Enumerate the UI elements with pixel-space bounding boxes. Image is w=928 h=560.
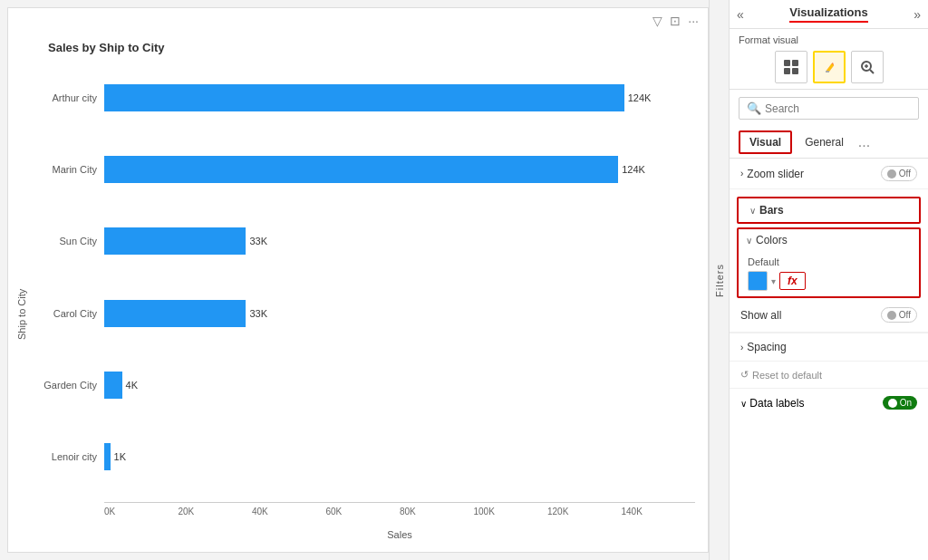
bar (104, 443, 111, 470)
bar-label: Sun City (32, 236, 104, 246)
chart-toolbar: ▽ ⊡ ··· (652, 14, 699, 28)
x-tick: 120K (547, 507, 622, 517)
tab-general[interactable]: General (796, 132, 853, 152)
bar-row: Carol City 33K (32, 294, 695, 333)
x-tick: 20K (179, 507, 253, 517)
expand-icon[interactable]: ⊡ (670, 14, 681, 28)
bars-section: Arthur city 124K Marin City 124K Sun Cit… (32, 62, 695, 502)
search-icon: 🔍 (747, 101, 761, 115)
bar (104, 156, 618, 183)
spacing-chevron: › (740, 343, 743, 352)
bar-row: Lenoir city 1K (32, 437, 695, 477)
zoom-slider-toggle[interactable]: Off (881, 166, 917, 181)
show-all-toggle[interactable]: Off (881, 307, 917, 323)
search-bar[interactable]: 🔍 (739, 97, 919, 120)
bar-label: Garden City (32, 380, 104, 391)
x-axis-label: Sales (104, 529, 695, 540)
data-labels-label: ∨ Data labels (740, 397, 804, 410)
bar-label: Arthur city (32, 92, 104, 103)
svg-rect-3 (792, 68, 798, 74)
filters-sidebar[interactable]: Filters (709, 0, 729, 560)
search-input[interactable] (765, 102, 911, 115)
bar (104, 84, 624, 111)
show-all-label: Show all (740, 309, 781, 322)
bar-label: Carol City (32, 308, 104, 319)
bar-wrapper: 124K (104, 156, 695, 183)
colors-chevron: ∨ (746, 236, 752, 246)
data-labels-toggle[interactable]: On (883, 396, 917, 410)
bar-wrapper: 1K (104, 443, 695, 470)
spacing-label: › Spacing (740, 341, 787, 353)
bar (104, 227, 246, 255)
format-visual-label: Format visual (730, 29, 928, 47)
bars-section-panel: ∨ Bars ∨ Colors Default ▾ fx (730, 189, 928, 333)
panel-scroll: › Zoom slider Off ∨ Bars ∨ Colors De (730, 159, 928, 560)
bar-value: 33K (249, 308, 267, 319)
bar-value: 124K (628, 92, 652, 103)
chart-inner: Arthur city 124K Marin City 124K Sun Cit… (32, 62, 704, 540)
more-icon[interactable]: ··· (688, 14, 699, 28)
svg-line-7 (870, 70, 874, 73)
colors-body: Default ▾ fx (739, 251, 919, 296)
data-labels-chevron: ∨ (740, 399, 747, 409)
bar-row: Garden City 4K (32, 365, 695, 405)
bar-value: 4K (126, 380, 138, 391)
bar-label: Lenoir city (32, 451, 104, 462)
data-labels-row: ∨ Data labels On (730, 389, 928, 417)
analytics-icon-btn[interactable] (851, 51, 884, 83)
x-tick: 80K (400, 507, 474, 517)
x-tick: 140K (622, 507, 696, 517)
right-panel: « Visualizations » Format visual (729, 0, 928, 560)
panel-title: Visualizations (789, 5, 867, 23)
reset-label: Reset to default (752, 370, 822, 381)
zoom-slider-row[interactable]: › Zoom slider Off (730, 159, 928, 189)
bar-row: Arthur city 124K (32, 78, 695, 118)
color-swatch[interactable] (748, 271, 768, 291)
bars-chevron: ∨ (749, 206, 756, 216)
nav-right-icon[interactable]: » (914, 7, 921, 22)
tab-more[interactable]: ... (858, 134, 870, 150)
x-tick: 100K (474, 507, 548, 517)
color-dropdown-arrow[interactable]: ▾ (771, 276, 776, 286)
bar-wrapper: 33K (104, 227, 695, 255)
colors-subsection: ∨ Colors Default ▾ fx (737, 227, 921, 298)
svg-rect-2 (784, 68, 790, 74)
x-axis: 0K20K40K60K80K100K120K140K (104, 502, 695, 529)
panel-header: « Visualizations » (730, 0, 928, 29)
reset-icon: ↺ (740, 369, 749, 381)
tab-visual[interactable]: Visual (739, 130, 792, 154)
color-row: ▾ fx (748, 271, 910, 291)
icon-row (730, 47, 928, 90)
bar-label: Marin City (32, 164, 104, 175)
chart-area: ▽ ⊡ ··· Sales by Ship to City Ship to Ci… (7, 7, 709, 553)
bar-wrapper: 4K (104, 372, 695, 399)
paintbrush-icon-btn[interactable] (813, 51, 846, 83)
svg-rect-0 (784, 60, 790, 66)
chart-title: Sales by Ship to City (48, 41, 704, 54)
spacing-row[interactable]: › Spacing (730, 333, 928, 361)
grid-icon-btn[interactable] (775, 51, 807, 83)
svg-rect-5 (826, 71, 829, 72)
filter-icon[interactable]: ▽ (652, 14, 662, 28)
svg-rect-1 (792, 60, 798, 66)
tab-row: Visual General ... (730, 127, 928, 159)
colors-header[interactable]: ∨ Colors (739, 229, 919, 251)
nav-left-icon[interactable]: « (737, 7, 744, 22)
bar-row: Sun City 33K (32, 221, 695, 261)
bars-header[interactable]: ∨ Bars (737, 197, 921, 224)
bar-value: 1K (114, 451, 126, 462)
bar-value: 124K (622, 164, 645, 175)
reset-row[interactable]: ↺ Reset to default (730, 361, 928, 389)
bars-header-label: Bars (759, 204, 784, 217)
zoom-slider-label: › Zoom slider (740, 168, 804, 180)
bar-wrapper: 33K (104, 300, 695, 327)
show-all-row: Show all Off (730, 302, 928, 328)
x-tick: 40K (252, 507, 326, 517)
chevron-right-zoom: › (740, 169, 743, 179)
y-axis-label: Ship to City (12, 62, 32, 540)
x-tick: 0K (104, 507, 179, 517)
filters-label: Filters (714, 264, 725, 297)
fx-button[interactable]: fx (779, 272, 806, 290)
chart-container: Ship to City Arthur city 124K Marin City… (12, 62, 704, 540)
bar-row: Marin City 124K (32, 150, 695, 189)
